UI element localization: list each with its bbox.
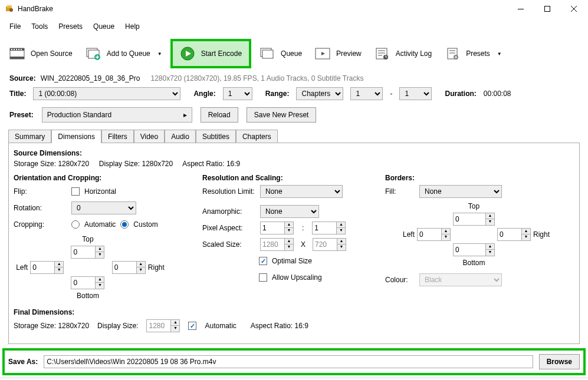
rotation-select[interactable]: 0 [71, 201, 136, 214]
presets-icon [445, 47, 460, 60]
scaled-h-input[interactable]: ▲▼ [313, 238, 346, 251]
svg-rect-3 [518, 9, 524, 9]
reload-button[interactable]: Reload [201, 107, 238, 123]
tab-video[interactable]: Video [134, 130, 165, 143]
svg-rect-11 [18, 49, 19, 50]
chapter-to-select[interactable]: 1 [399, 87, 432, 100]
svg-point-2 [9, 8, 13, 12]
preset-select[interactable]: Production Standard ▸ [42, 107, 192, 123]
border-left-input[interactable]: ▲▼ [417, 228, 451, 241]
add-queue-label: Add to Queue [107, 49, 150, 58]
minimize-button[interactable] [507, 0, 534, 18]
activity-log-button[interactable]: Activity Log [370, 42, 436, 65]
queue-icon [259, 47, 275, 60]
presets-label: Presets [466, 49, 490, 58]
border-bottom-input[interactable]: ▲▼ [453, 243, 495, 256]
close-button[interactable] [560, 0, 587, 18]
range-select[interactable]: Chapters [296, 87, 343, 100]
source-row: Source: WIN_20220805_19_08_36_Pro 1280x7… [0, 72, 588, 85]
presets-button[interactable]: Presets ▼ [440, 42, 507, 65]
crop-bottom-label: Bottom [77, 292, 99, 300]
tab-summary[interactable]: Summary [8, 130, 51, 143]
angle-select[interactable]: 1 [223, 87, 252, 100]
rotation-label: Rotation: [14, 204, 67, 212]
crop-left-input[interactable]: ▲▼ [30, 261, 64, 274]
allow-upscaling-checkbox[interactable] [259, 273, 267, 282]
start-encode-button[interactable]: Start Encode [175, 42, 247, 65]
source-dim-line: Storage Size: 1280x720 Display Size: 128… [14, 160, 574, 168]
crop-right-input[interactable]: ▲▼ [112, 261, 146, 274]
save-preset-button[interactable]: Save New Preset [247, 107, 317, 123]
tab-dimensions[interactable]: Dimensions [51, 130, 101, 143]
crop-top-input[interactable]: ▲▼ [71, 246, 104, 259]
anamorphic-select[interactable]: None [260, 205, 319, 218]
source-label: Source: [9, 74, 36, 82]
reslimit-select[interactable]: None [260, 185, 343, 198]
menu-queue[interactable]: Queue [88, 20, 119, 33]
crop-right-label: Right [148, 263, 165, 272]
open-source-button[interactable]: Open Source [5, 42, 77, 65]
source-info: 1280x720 (1280x720), 19.85 FPS, 1 Audio … [151, 74, 364, 82]
status-bar: Queue Finished When Done: Do nothing▼ [0, 378, 588, 380]
tab-audio[interactable]: Audio [165, 130, 196, 143]
final-display-label: Display Size: [97, 322, 138, 330]
final-auto-checkbox[interactable] [188, 322, 196, 330]
final-storage: Storage Size: 1280x720 [14, 322, 89, 330]
svg-rect-1 [7, 5, 12, 8]
svg-rect-9 [14, 49, 15, 50]
fill-label: Fill: [385, 187, 415, 196]
colour-select[interactable]: Black [419, 273, 502, 286]
chevron-down-icon: ▼ [497, 51, 502, 57]
flip-horizontal-checkbox[interactable] [71, 187, 80, 196]
scaled-size-label: Scaled Size: [202, 240, 255, 249]
menu-help[interactable]: Help [120, 20, 144, 33]
tab-filters[interactable]: Filters [101, 130, 134, 143]
reslimit-label: Resolution Limit: [202, 187, 255, 196]
arrow-right-icon: ▸ [183, 111, 187, 119]
menu-presets[interactable]: Presets [54, 20, 87, 33]
angle-label: Angle: [193, 90, 215, 98]
menu-file[interactable]: File [5, 20, 25, 33]
save-as-row: Save As: Browse [2, 348, 586, 375]
crop-custom-radio[interactable] [120, 220, 129, 229]
svg-point-29 [455, 57, 457, 58]
browse-button[interactable]: Browse [539, 354, 580, 369]
tab-subtitles[interactable]: Subtitles [196, 130, 236, 143]
chapter-from-select[interactable]: 1 [350, 87, 383, 100]
svg-rect-18 [262, 50, 273, 58]
duration-value: 00:00:08 [484, 90, 511, 98]
border-right-input[interactable]: ▲▼ [497, 228, 531, 241]
scaled-w-input[interactable]: ▲▼ [260, 238, 294, 251]
save-as-input[interactable] [44, 355, 533, 368]
final-display-input[interactable]: ▲▼ [146, 319, 180, 332]
anamorphic-label: Anamorphic: [202, 207, 255, 216]
svg-rect-4 [544, 6, 550, 12]
border-left-label: Left [403, 230, 415, 239]
pa-x-input[interactable]: ▲▼ [260, 222, 294, 234]
add-queue-button[interactable]: Add to Queue ▼ [81, 42, 167, 65]
crop-bottom-input[interactable]: ▲▼ [71, 276, 104, 289]
source-dim-title: Source Dimensions: [14, 149, 574, 157]
window-title: HandBrake [18, 5, 507, 13]
preset-row: Preset: Production Standard ▸ Reload Sav… [0, 103, 588, 127]
fill-select[interactable]: None [419, 185, 502, 198]
preset-label: Preset: [9, 111, 34, 119]
log-icon [375, 47, 390, 60]
tab-chapters[interactable]: Chapters [236, 130, 278, 143]
add-queue-icon [86, 47, 101, 60]
border-top-input[interactable]: ▲▼ [453, 213, 495, 226]
queue-button[interactable]: Queue [255, 42, 307, 65]
preview-button[interactable]: Preview [310, 42, 366, 65]
optimal-size-checkbox[interactable] [259, 257, 267, 265]
menu-tools[interactable]: Tools [27, 20, 52, 33]
title-select[interactable]: 1 (00:00:08) [33, 87, 180, 100]
maximize-button[interactable] [534, 0, 560, 18]
title-label: Title: [9, 90, 26, 98]
cropping-label: Cropping: [14, 220, 67, 229]
crop-auto-radio[interactable] [71, 220, 80, 229]
start-encode-label: Start Encode [201, 49, 242, 58]
titlebar: HandBrake [0, 0, 588, 18]
dash: - [390, 90, 392, 98]
preview-label: Preview [336, 49, 362, 58]
pa-y-input[interactable]: ▲▼ [312, 222, 346, 234]
